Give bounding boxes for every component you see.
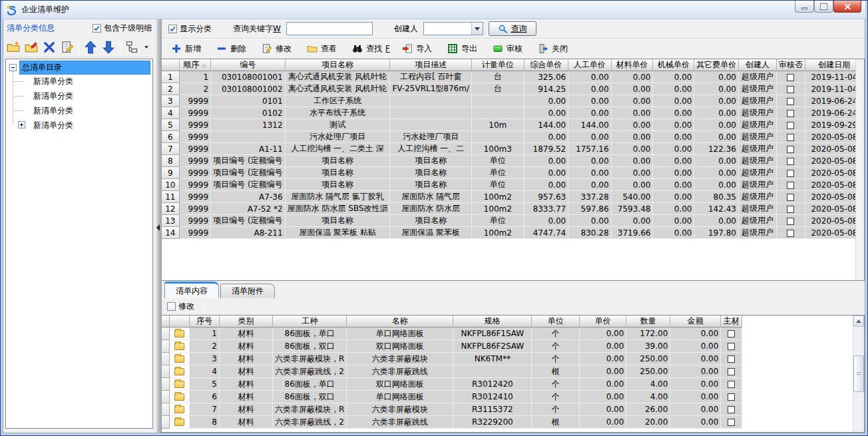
- cell-work-type[interactable]: 六类非屏蔽模块，R: [273, 353, 347, 365]
- table-row[interactable]: 5材料86面板，单口双口网络面板R3012420个0.004.000.00: [162, 378, 742, 391]
- table-row[interactable]: 149999A8-211屋面保温 聚苯板 粘贴屋面保温 聚苯板100m24747…: [162, 227, 864, 239]
- cell-machine-price[interactable]: 0.00: [653, 203, 694, 215]
- cell-seq[interactable]: 6: [190, 391, 220, 403]
- row-checkbox[interactable]: [728, 355, 735, 363]
- cell-machine-price[interactable]: 0.00: [653, 119, 694, 131]
- tree-item-label[interactable]: 新清单分类: [33, 91, 73, 102]
- cell-other-price[interactable]: 0.00: [694, 167, 739, 179]
- cell-machine-price[interactable]: 0.00: [653, 155, 694, 167]
- cell-machine-price[interactable]: 0.00: [653, 131, 694, 143]
- cell-audited[interactable]: [777, 131, 805, 143]
- cell-gutter[interactable]: [162, 416, 170, 429]
- tree-item[interactable]: 新清单分类: [7, 103, 152, 118]
- move-up-icon[interactable]: [84, 41, 97, 54]
- cell-code[interactable]: 030108001001: [211, 71, 286, 83]
- detail-scrollbar[interactable]: [853, 316, 864, 432]
- cell-code[interactable]: 项目编号 (定额编号: [211, 179, 286, 191]
- cell-machine-price[interactable]: 0.00: [653, 191, 694, 203]
- price-header[interactable]: 单价: [580, 316, 626, 327]
- collapse-expander-icon[interactable]: [9, 64, 17, 71]
- sidebar-splitter[interactable]: [154, 19, 162, 433]
- row-checkbox[interactable]: [787, 194, 794, 201]
- cell-spec[interactable]: NKFPL86F2SAW: [453, 340, 532, 353]
- cell-order[interactable]: 9999: [180, 203, 212, 215]
- export-button[interactable]: 导出: [447, 43, 481, 55]
- cell-main-material[interactable]: [721, 327, 742, 340]
- creator-dropdown[interactable]: [423, 22, 483, 35]
- cell-price[interactable]: 0.00: [580, 391, 626, 403]
- keyword-input[interactable]: [286, 22, 373, 35]
- cell-item-icon[interactable]: [170, 403, 190, 416]
- cell-unit[interactable]: 100m2: [472, 227, 525, 239]
- cell-row-number[interactable]: 6: [162, 131, 180, 143]
- cell-material-price[interactable]: 0.00: [612, 167, 654, 179]
- table-row[interactable]: 7材料六类非屏蔽模块，R六类非屏蔽模块R3115372个0.0026.000.0…: [162, 403, 742, 416]
- cell-project-name[interactable]: 项目名称: [286, 215, 391, 227]
- code-header[interactable]: 编号: [211, 59, 286, 71]
- cell-name[interactable]: 双口网络面板: [347, 340, 453, 353]
- cell-seq[interactable]: 8: [190, 416, 220, 429]
- cell-audited[interactable]: [777, 179, 805, 191]
- cell-unit[interactable]: [472, 131, 525, 143]
- cell-other-price[interactable]: 0.00: [694, 119, 739, 131]
- cell-other-price[interactable]: 0.00: [694, 71, 739, 83]
- expand-expander-icon[interactable]: [18, 121, 25, 128]
- cell-composite-price[interactable]: 0.00: [525, 155, 569, 167]
- cell-material-price[interactable]: 0.00: [612, 143, 654, 155]
- cell-creator[interactable]: 超级用户: [739, 143, 777, 155]
- cell-project-name[interactable]: 工作区子系统: [286, 95, 391, 107]
- table-row[interactable]: 69999污水处理厂项目污水处理厂项目0.000.000.000.000.00超…: [162, 131, 864, 143]
- row-checkbox[interactable]: [787, 158, 794, 165]
- cell-item-icon[interactable]: [170, 327, 190, 340]
- cell-audited[interactable]: [777, 215, 805, 227]
- audit-button[interactable]: 审核: [493, 43, 526, 55]
- cell-work-type[interactable]: 六类非屏蔽模块，R: [273, 403, 347, 416]
- cell-quantity[interactable]: 250.00: [626, 353, 670, 365]
- cell-material-price[interactable]: 0.00: [612, 107, 654, 119]
- cell-main-material[interactable]: [721, 391, 742, 403]
- cell-code[interactable]: 030108001002: [211, 83, 286, 95]
- seq-header[interactable]: 序号: [190, 316, 220, 327]
- cell-category[interactable]: 材料: [220, 365, 273, 378]
- cell-seq[interactable]: 7: [190, 403, 220, 416]
- row-checkbox[interactable]: [728, 419, 735, 426]
- name-header[interactable]: 名称: [347, 316, 453, 327]
- cell-project-desc[interactable]: [390, 95, 472, 107]
- tab-list-attachment[interactable]: 清单附件: [220, 284, 275, 298]
- cell-item-icon[interactable]: [170, 391, 190, 403]
- cell-material-price[interactable]: 0.00: [612, 155, 654, 167]
- row-checkbox[interactable]: [787, 146, 794, 153]
- row-checkbox[interactable]: [728, 393, 735, 401]
- cell-project-name[interactable]: 屋面防水 防水层 SBS改性沥: [286, 203, 391, 215]
- table-row[interactable]: 22030108001002离心式通风机安装 风机叶轮FV-25VRL1型876…: [162, 83, 864, 95]
- cell-item-icon[interactable]: [170, 340, 190, 353]
- cell-row-number[interactable]: 11: [162, 191, 180, 203]
- import-button[interactable]: 导入: [402, 43, 435, 55]
- main-table-scrollbar[interactable]: [855, 59, 864, 280]
- cell-spec[interactable]: R3012420: [453, 378, 532, 391]
- cell-item-icon[interactable]: [170, 416, 190, 429]
- cell-project-name[interactable]: 水平布线子系统: [286, 107, 391, 119]
- cell-row-number[interactable]: 14: [162, 227, 180, 239]
- cell-project-name[interactable]: 测试: [286, 119, 391, 131]
- tree-layout-icon[interactable]: [125, 41, 138, 54]
- cell-price[interactable]: 0.00: [580, 340, 626, 353]
- cell-row-number[interactable]: 10: [162, 179, 180, 191]
- cell-project-name[interactable]: 项目名称: [286, 155, 391, 167]
- table-row[interactable]: 99999项目编号 (定额编号项目名称项目名称单位0.000.000.000.0…: [162, 167, 864, 179]
- cell-order[interactable]: 9999: [180, 131, 212, 143]
- cell-unit[interactable]: [472, 95, 525, 107]
- cell-code[interactable]: 1312: [211, 119, 286, 131]
- cell-project-name[interactable]: 项目名称: [286, 167, 391, 179]
- cell-main-material[interactable]: [721, 340, 742, 353]
- cell-creator[interactable]: 超级用户: [739, 191, 777, 203]
- cell-audited[interactable]: [777, 119, 805, 131]
- cell-main-material[interactable]: [721, 378, 742, 391]
- cell-quantity[interactable]: 250.00: [626, 365, 670, 378]
- add-folder-icon[interactable]: [7, 41, 20, 54]
- cell-creator[interactable]: 超级用户: [739, 215, 777, 227]
- cell-machine-price[interactable]: 0.00: [653, 95, 694, 107]
- row-checkbox[interactable]: [728, 381, 735, 388]
- maximize-button[interactable]: [814, 1, 833, 13]
- row-checkbox[interactable]: [787, 86, 794, 93]
